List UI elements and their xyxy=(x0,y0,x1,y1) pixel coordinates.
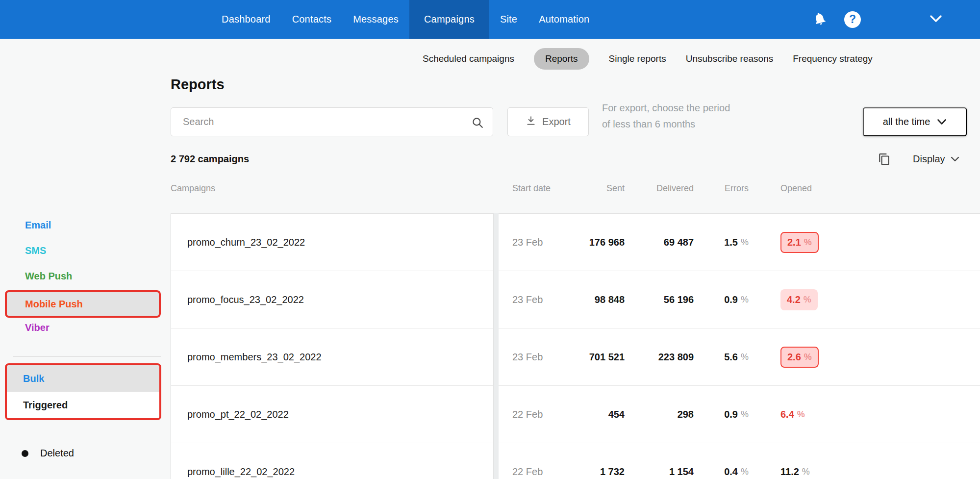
nav-messages[interactable]: Messages xyxy=(342,0,409,39)
opened-rate-badge: 2.1% xyxy=(780,232,819,253)
search-box xyxy=(171,107,493,136)
table-row[interactable]: 22 Feb 1 732 1 154 0.4% 11.2% xyxy=(499,443,980,479)
opened-rate-badge: 11.2% xyxy=(780,466,810,478)
delivered-cell: 1 154 xyxy=(621,443,694,479)
help-icon: ? xyxy=(844,11,861,28)
errors-cell: 0.9% xyxy=(704,271,749,328)
delivered-cell: 56 196 xyxy=(621,271,694,328)
frozen-column-gap xyxy=(494,213,499,479)
sent-cell: 454 xyxy=(548,386,625,443)
column-header-errors: Errors xyxy=(701,183,749,194)
start-date-cell: 23 Feb xyxy=(512,328,543,385)
nav-site[interactable]: Site xyxy=(489,0,528,39)
table-row[interactable]: 23 Feb 176 968 69 487 1.5% 2.1% xyxy=(499,214,980,271)
errors-cell: 1.5% xyxy=(704,214,749,271)
table-row[interactable]: 23 Feb 98 848 56 196 0.9% 4.2% xyxy=(499,271,980,328)
column-header-opened: Opened xyxy=(780,183,812,194)
nav-contacts[interactable]: Contacts xyxy=(281,0,343,39)
nav-dashboard[interactable]: Dashboard xyxy=(211,0,281,39)
display-label: Display xyxy=(913,153,945,165)
opened-cell: 4.2% xyxy=(780,271,818,328)
help-button[interactable]: ? xyxy=(840,0,865,39)
content-copy-icon xyxy=(878,160,891,167)
column-header-start-date: Start date xyxy=(512,183,551,194)
app-window: Dashboard Contacts Messages Campaigns Si… xyxy=(0,0,980,479)
display-dropdown[interactable]: Display xyxy=(913,153,959,165)
chevron-down-icon xyxy=(937,116,947,127)
sidebar-item-mobile-push[interactable]: Mobile Push xyxy=(25,299,83,310)
start-date-cell: 23 Feb xyxy=(512,214,543,271)
deleted-dot-icon xyxy=(22,450,28,457)
opened-cell: 2.1% xyxy=(780,214,819,271)
sent-cell: 701 521 xyxy=(548,328,625,385)
sent-cell: 176 968 xyxy=(548,214,625,271)
chevron-down-icon xyxy=(930,15,942,25)
opened-rate-badge: 4.2% xyxy=(780,289,818,310)
sidebar-item-deleted[interactable]: Deleted xyxy=(22,448,74,459)
table-row-name[interactable]: promo_pt_22_02_2022 xyxy=(171,386,493,443)
sidebar-item-bulk[interactable]: Bulk xyxy=(7,365,159,392)
bell-icon xyxy=(812,11,827,28)
sent-cell: 1 732 xyxy=(548,443,625,479)
opened-cell: 6.4% xyxy=(780,386,805,443)
column-header-campaigns: Campaigns xyxy=(171,183,215,194)
deleted-label: Deleted xyxy=(40,448,74,459)
campaign-name-column: promo_churn_23_02_2022 promo_focus_23_02… xyxy=(171,213,494,479)
campaign-stats-column: 23 Feb 176 968 69 487 1.5% 2.1% 23 Feb 9… xyxy=(499,213,980,479)
opened-rate-badge: 2.6% xyxy=(780,347,819,368)
sidebar-divider xyxy=(13,356,161,357)
opened-cell: 2.6% xyxy=(780,328,819,385)
campaigns-subnav: Scheduled campaigns Reports Single repor… xyxy=(423,39,873,79)
subnav-unsubscribe-reasons[interactable]: Unsubscribe reasons xyxy=(686,53,773,64)
table-row[interactable]: 23 Feb 701 521 223 809 5.6% 2.6% xyxy=(499,328,980,386)
highlight-box-mobile-push: Mobile Push xyxy=(5,290,161,318)
delivered-cell: 69 487 xyxy=(621,214,694,271)
export-label: Export xyxy=(542,116,571,127)
sidebar-item-triggered[interactable]: Triggered xyxy=(7,392,159,418)
sidebar-item-viber[interactable]: Viber xyxy=(25,321,50,334)
errors-cell: 0.9% xyxy=(704,386,749,443)
highlight-box-campaign-types: Bulk Triggered xyxy=(5,363,161,420)
table-row-name[interactable]: promo_members_23_02_2022 xyxy=(171,328,493,386)
export-note: For export, choose the period of less th… xyxy=(602,100,735,132)
download-icon xyxy=(526,115,536,128)
export-button[interactable]: Export xyxy=(507,107,589,136)
period-label: all the time xyxy=(883,116,930,127)
start-date-cell: 22 Feb xyxy=(512,386,543,443)
nav-campaigns[interactable]: Campaigns xyxy=(409,0,489,39)
sidebar-item-email[interactable]: Email xyxy=(25,219,51,231)
chevron-down-icon xyxy=(951,153,959,165)
column-header-sent: Sent xyxy=(564,183,625,194)
notifications-button[interactable] xyxy=(808,0,831,39)
subnav-frequency-strategy[interactable]: Frequency strategy xyxy=(793,53,873,64)
subnav-single-reports[interactable]: Single reports xyxy=(609,53,666,64)
start-date-cell: 23 Feb xyxy=(512,271,543,328)
table-row-name[interactable]: promo_lille_22_02_2022 xyxy=(171,443,493,479)
opened-cell: 11.2% xyxy=(780,443,810,479)
start-date-cell: 22 Feb xyxy=(512,443,543,479)
sidebar-item-sms[interactable]: SMS xyxy=(25,244,46,257)
top-navigation: Dashboard Contacts Messages Campaigns Si… xyxy=(0,0,980,39)
opened-rate-badge: 6.4% xyxy=(780,409,805,420)
table-row[interactable]: 22 Feb 454 298 0.9% 6.4% xyxy=(499,386,980,443)
sent-cell: 98 848 xyxy=(548,271,625,328)
errors-cell: 5.6% xyxy=(704,328,749,385)
table-row-name[interactable]: promo_focus_23_02_2022 xyxy=(171,271,493,328)
nav-automation[interactable]: Automation xyxy=(528,0,600,39)
page-title: Reports xyxy=(171,76,225,93)
delivered-cell: 223 809 xyxy=(621,328,694,385)
search-input[interactable] xyxy=(171,108,493,136)
column-header-delivered: Delivered xyxy=(632,183,694,194)
table-row-name[interactable]: promo_churn_23_02_2022 xyxy=(171,214,493,271)
delivered-cell: 298 xyxy=(621,386,694,443)
subnav-reports[interactable]: Reports xyxy=(534,48,589,70)
sidebar-item-web-push[interactable]: Web Push xyxy=(25,270,72,282)
campaign-count: 2 792 campaigns xyxy=(171,153,249,165)
errors-cell: 0.4% xyxy=(704,443,749,479)
account-menu-button[interactable] xyxy=(923,0,949,39)
period-selector-button[interactable]: all the time xyxy=(863,107,967,136)
display-settings-button[interactable] xyxy=(877,152,892,168)
subnav-scheduled-campaigns[interactable]: Scheduled campaigns xyxy=(423,53,514,64)
search-icon[interactable] xyxy=(471,116,484,131)
